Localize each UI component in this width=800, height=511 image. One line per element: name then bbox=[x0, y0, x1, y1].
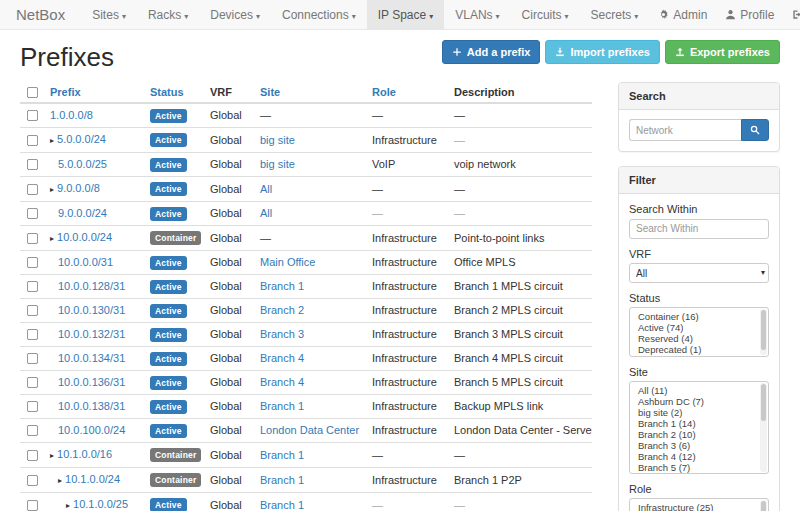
search-within-input[interactable] bbox=[629, 219, 769, 239]
list-option[interactable]: Reserved (4) bbox=[630, 333, 768, 344]
scrollbar[interactable] bbox=[760, 309, 767, 355]
nav-item-devices[interactable]: Devices▾ bbox=[199, 0, 271, 29]
site-link[interactable]: All bbox=[260, 183, 272, 195]
brand-logo[interactable]: NetBox bbox=[0, 0, 81, 29]
table-row: 10.0.0.136/31 Active Global Branch 4 Inf… bbox=[20, 370, 592, 394]
search-input[interactable] bbox=[629, 119, 741, 141]
site-link[interactable]: Branch 4 bbox=[260, 352, 304, 364]
row-checkbox[interactable] bbox=[27, 353, 38, 364]
site-link[interactable]: Branch 1 bbox=[260, 400, 304, 412]
vrf-value: Global bbox=[210, 134, 242, 146]
list-option[interactable]: Branch 2 (10) bbox=[630, 429, 768, 440]
prefix-link[interactable]: 1.0.0.0/8 bbox=[50, 109, 93, 121]
nav-item-secrets[interactable]: Secrets▾ bbox=[580, 0, 650, 29]
nav-profile[interactable]: Profile bbox=[716, 0, 783, 29]
scrollbar[interactable] bbox=[760, 383, 767, 472]
site-link[interactable]: London Data Center bbox=[260, 424, 359, 436]
sort-link-site[interactable]: Site bbox=[260, 86, 280, 98]
scrollbar-thumb[interactable] bbox=[761, 501, 766, 511]
row-checkbox[interactable] bbox=[27, 233, 38, 244]
list-option[interactable]: Branch 3 (6) bbox=[630, 440, 768, 451]
list-option[interactable]: Deprecated (1) bbox=[630, 344, 768, 355]
row-checkbox[interactable] bbox=[27, 305, 38, 316]
list-option[interactable]: Branch 4 (12) bbox=[630, 451, 768, 462]
row-checkbox[interactable] bbox=[27, 208, 38, 219]
nav-log-out[interactable]: Log out bbox=[783, 0, 800, 29]
status-listbox[interactable]: Container (16)Active (74)Reserved (4)Dep… bbox=[629, 307, 769, 357]
row-checkbox[interactable] bbox=[27, 135, 38, 146]
prefix-link[interactable]: 10.0.0.138/31 bbox=[58, 400, 125, 412]
list-option[interactable]: All (11) bbox=[630, 385, 768, 396]
row-checkbox[interactable] bbox=[27, 159, 38, 170]
list-option[interactable]: Ashburn DC (7) bbox=[630, 396, 768, 407]
row-checkbox[interactable] bbox=[27, 500, 38, 511]
prefix-link[interactable]: 10.1.0.0/25 bbox=[73, 498, 128, 510]
prefix-link[interactable]: 9.0.0.0/8 bbox=[57, 182, 100, 194]
row-checkbox[interactable] bbox=[27, 184, 38, 195]
row-checkbox[interactable] bbox=[27, 377, 38, 388]
select-all-checkbox[interactable] bbox=[27, 87, 38, 98]
site-link[interactable]: Branch 1 bbox=[260, 280, 304, 292]
prefix-link[interactable]: 9.0.0.0/24 bbox=[58, 207, 107, 219]
site-link[interactable]: All bbox=[260, 207, 272, 219]
list-option[interactable]: Container (16) bbox=[630, 311, 768, 322]
row-checkbox[interactable] bbox=[27, 450, 38, 461]
list-option[interactable]: COLO-1-24 (2) bbox=[630, 473, 768, 474]
row-checkbox[interactable] bbox=[27, 475, 38, 486]
nav-item-racks[interactable]: Racks▾ bbox=[137, 0, 199, 29]
list-option[interactable]: Infrastructure (25) bbox=[630, 502, 768, 511]
scrollbar-thumb[interactable] bbox=[761, 310, 766, 350]
site-link[interactable]: Main Office bbox=[260, 256, 315, 268]
nav-item-sites[interactable]: Sites▾ bbox=[81, 0, 137, 29]
sort-link-prefix[interactable]: Prefix bbox=[50, 86, 81, 98]
site-link[interactable]: Branch 1 bbox=[260, 474, 304, 486]
row-checkbox[interactable] bbox=[27, 329, 38, 340]
prefix-link[interactable]: 10.0.0.136/31 bbox=[58, 376, 125, 388]
list-option[interactable]: Branch 1 (14) bbox=[630, 418, 768, 429]
import-prefixes-button[interactable]: Import prefixes bbox=[545, 40, 659, 64]
prefix-link[interactable]: 10.0.0.0/24 bbox=[57, 231, 112, 243]
empty-value: — bbox=[260, 232, 271, 244]
prefix-link[interactable]: 10.0.0.0/31 bbox=[58, 256, 113, 268]
prefix-link[interactable]: 10.0.0.134/31 bbox=[58, 352, 125, 364]
site-link[interactable]: Branch 1 bbox=[260, 449, 304, 461]
site-link[interactable]: big site bbox=[260, 158, 295, 170]
prefix-link[interactable]: 10.1.0.0/24 bbox=[65, 473, 120, 485]
add-a-prefix-button[interactable]: Add a prefix bbox=[442, 40, 541, 64]
site-link[interactable]: big site bbox=[260, 134, 295, 146]
site-link[interactable]: Branch 4 bbox=[260, 376, 304, 388]
role-listbox[interactable]: Infrastructure (25)Management (8)Private… bbox=[629, 498, 769, 511]
sort-link-role[interactable]: Role bbox=[372, 86, 396, 98]
sort-link-status[interactable]: Status bbox=[150, 86, 184, 98]
row-checkbox[interactable] bbox=[27, 281, 38, 292]
prefix-link[interactable]: 10.0.0.128/31 bbox=[58, 280, 125, 292]
row-checkbox[interactable] bbox=[27, 425, 38, 436]
prefix-link[interactable]: 10.0.100.0/24 bbox=[58, 424, 125, 436]
export-prefixes-button[interactable]: Export prefixes bbox=[665, 40, 780, 64]
list-option[interactable]: Branch 5 (7) bbox=[630, 462, 768, 473]
nav-admin[interactable]: Admin bbox=[649, 0, 716, 29]
site-link[interactable]: Branch 2 bbox=[260, 304, 304, 316]
row-checkbox[interactable] bbox=[27, 401, 38, 412]
scrollbar[interactable] bbox=[760, 500, 767, 511]
prefix-link[interactable]: 10.0.0.130/31 bbox=[58, 304, 125, 316]
list-option[interactable]: Active (74) bbox=[630, 322, 768, 333]
list-option[interactable]: big site (2) bbox=[630, 407, 768, 418]
prefix-link[interactable]: 5.0.0.0/25 bbox=[58, 158, 107, 170]
prefix-link[interactable]: 10.0.0.132/31 bbox=[58, 328, 125, 340]
nav-item-circuits[interactable]: Circuits▾ bbox=[511, 0, 580, 29]
search-button[interactable] bbox=[741, 119, 769, 141]
nav-item-vlans[interactable]: VLANs▾ bbox=[444, 0, 510, 29]
site-link[interactable]: Branch 3 bbox=[260, 328, 304, 340]
vrf-select[interactable]: All bbox=[629, 263, 769, 283]
nav-item-connections[interactable]: Connections▾ bbox=[271, 0, 367, 29]
nav-item-ip-space[interactable]: IP Space▾ bbox=[367, 0, 445, 29]
prefix-link[interactable]: 10.1.0.0/16 bbox=[57, 448, 112, 460]
row-checkbox[interactable] bbox=[27, 110, 38, 121]
scrollbar-thumb[interactable] bbox=[761, 384, 766, 421]
site-link[interactable]: Branch 1 bbox=[260, 499, 304, 511]
site-listbox[interactable]: All (11)Ashburn DC (7)big site (2)Branch… bbox=[629, 381, 769, 474]
prefix-link[interactable]: 5.0.0.0/24 bbox=[57, 133, 106, 145]
row-checkbox[interactable] bbox=[27, 257, 38, 268]
status-badge: Active bbox=[150, 109, 187, 123]
